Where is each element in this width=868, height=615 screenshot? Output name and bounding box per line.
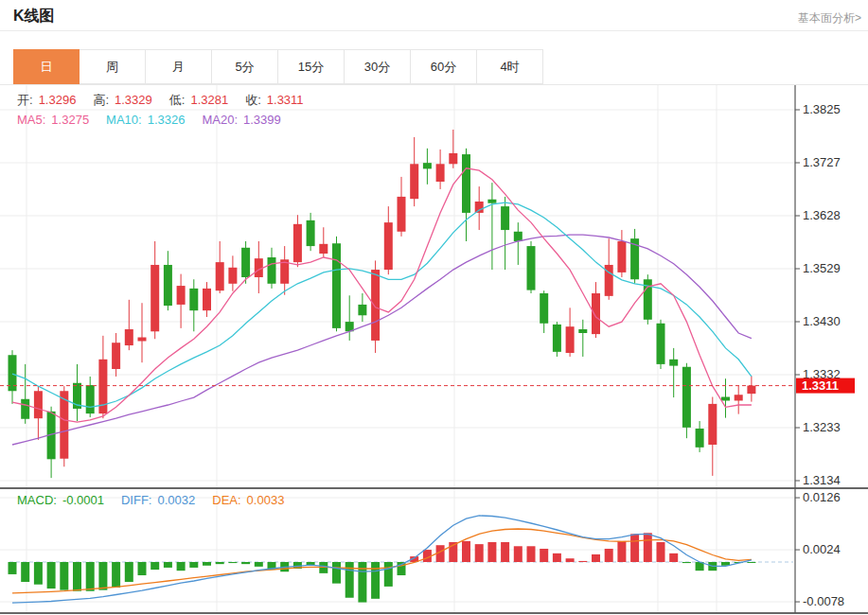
macd-bar bbox=[566, 558, 575, 562]
candle-body[interactable] bbox=[21, 399, 29, 419]
candle-body[interactable] bbox=[657, 324, 665, 364]
macd-bar bbox=[747, 562, 755, 563]
candle-body[interactable] bbox=[384, 222, 393, 270]
candle-body[interactable] bbox=[125, 329, 133, 345]
candle-body[interactable] bbox=[34, 391, 43, 418]
candle-body[interactable] bbox=[189, 289, 198, 310]
candle-body[interactable] bbox=[566, 326, 575, 353]
candle-body[interactable] bbox=[410, 164, 418, 199]
candle-body[interactable] bbox=[268, 257, 276, 284]
candle-body[interactable] bbox=[514, 232, 523, 241]
candle-body[interactable] bbox=[578, 329, 587, 333]
candle-body[interactable] bbox=[436, 164, 445, 182]
candle-body[interactable] bbox=[293, 224, 302, 262]
macd-bar bbox=[21, 562, 29, 582]
candles-group[interactable] bbox=[9, 130, 756, 478]
candle-body[interactable] bbox=[319, 244, 328, 254]
macd-bar bbox=[462, 541, 470, 562]
price-tick-label: 1.3134 bbox=[803, 473, 841, 487]
macd-bar bbox=[203, 562, 211, 566]
kline-page: 1.38251.37271.36281.35291.34301.33321.32… bbox=[0, 0, 868, 615]
candle-body[interactable] bbox=[228, 268, 237, 284]
candle-body[interactable] bbox=[501, 206, 509, 230]
candle-body[interactable] bbox=[487, 200, 496, 203]
candle-body[interactable] bbox=[696, 429, 704, 448]
tab-period-3[interactable]: 5分 bbox=[212, 49, 278, 84]
titlebar: K线图 基本面分析> bbox=[0, 0, 868, 31]
macd-bar bbox=[151, 562, 159, 570]
candle-body[interactable] bbox=[669, 360, 678, 366]
candle-body[interactable] bbox=[708, 404, 717, 445]
candle-body[interactable] bbox=[592, 293, 600, 334]
macd-bar bbox=[578, 561, 587, 562]
tab-period-2[interactable]: 月 bbox=[146, 49, 212, 84]
candle-body[interactable] bbox=[371, 270, 380, 341]
price-tick-label: 1.3430 bbox=[803, 314, 841, 328]
macd-bar bbox=[177, 562, 186, 571]
candle-body[interactable] bbox=[177, 286, 186, 305]
candle-body[interactable] bbox=[203, 289, 211, 310]
candle-body[interactable] bbox=[423, 163, 432, 168]
candle-body[interactable] bbox=[462, 154, 470, 213]
candle-body[interactable] bbox=[449, 153, 457, 164]
price-tick-label: 1.3628 bbox=[803, 208, 841, 222]
candle-body[interactable] bbox=[60, 391, 68, 458]
candle-body[interactable] bbox=[216, 262, 224, 290]
macd-bar bbox=[60, 562, 68, 590]
macd-bar bbox=[527, 546, 536, 562]
tab-period-7[interactable]: 4时 bbox=[477, 49, 543, 84]
macd-bar bbox=[630, 534, 639, 562]
ma10-line bbox=[12, 202, 752, 407]
ma20-line bbox=[12, 235, 752, 445]
candle-body[interactable] bbox=[112, 343, 120, 369]
candle-body[interactable] bbox=[398, 197, 406, 232]
kline-chart[interactable]: 1.38251.37271.36281.35291.34301.33321.32… bbox=[0, 0, 868, 615]
macd-bar bbox=[371, 562, 380, 599]
price-tick-label: 1.3529 bbox=[803, 261, 841, 275]
candle-body[interactable] bbox=[138, 338, 147, 342]
candle-body[interactable] bbox=[332, 243, 341, 328]
macd-bar bbox=[332, 562, 341, 584]
macd-bar bbox=[669, 554, 678, 562]
macd-bar bbox=[98, 562, 107, 590]
last-price-badge-text: 1.3311 bbox=[802, 378, 839, 393]
macd-bar bbox=[125, 562, 133, 582]
ma5-line bbox=[12, 168, 752, 422]
candle-body[interactable] bbox=[747, 386, 755, 395]
candle-body[interactable] bbox=[358, 305, 366, 315]
candle-body[interactable] bbox=[735, 395, 743, 400]
candle-body[interactable] bbox=[475, 202, 484, 213]
dea-line bbox=[12, 529, 752, 593]
last-price-badge: 1.3311 bbox=[796, 378, 855, 394]
diff-line bbox=[12, 516, 752, 603]
macd-bar bbox=[384, 562, 393, 587]
candle-body[interactable] bbox=[307, 220, 315, 246]
candle-body[interactable] bbox=[527, 246, 536, 290]
tab-period-6[interactable]: 60分 bbox=[411, 49, 477, 84]
macd-bar bbox=[514, 546, 523, 562]
candle-body[interactable] bbox=[86, 385, 95, 413]
candle-body[interactable] bbox=[241, 248, 250, 277]
tab-period-1[interactable]: 周 bbox=[80, 49, 146, 84]
macd-bar bbox=[501, 542, 509, 562]
macd-bar bbox=[617, 541, 626, 562]
macd-bar bbox=[682, 562, 691, 563]
candle-body[interactable] bbox=[164, 265, 172, 306]
macd-tick-label: -0.0078 bbox=[803, 594, 844, 608]
tab-period-5[interactable]: 30分 bbox=[345, 49, 411, 84]
tab-period-4[interactable]: 15分 bbox=[278, 49, 345, 84]
macd-bar bbox=[475, 544, 484, 562]
candle-body[interactable] bbox=[617, 241, 626, 272]
candle-body[interactable] bbox=[682, 367, 691, 428]
macd-bar bbox=[487, 542, 496, 562]
candle-body[interactable] bbox=[540, 293, 548, 324]
macd-bar bbox=[73, 562, 81, 591]
fundamental-analysis-link[interactable]: 基本面分析> bbox=[798, 10, 861, 26]
page-title: K线图 bbox=[13, 7, 55, 26]
tab-period-0[interactable]: 日 bbox=[13, 49, 80, 84]
macd-bar bbox=[138, 562, 147, 575]
candle-body[interactable] bbox=[151, 265, 159, 331]
candle-body[interactable] bbox=[721, 397, 730, 401]
candle-body[interactable] bbox=[553, 325, 561, 352]
macd-bar bbox=[189, 562, 198, 568]
